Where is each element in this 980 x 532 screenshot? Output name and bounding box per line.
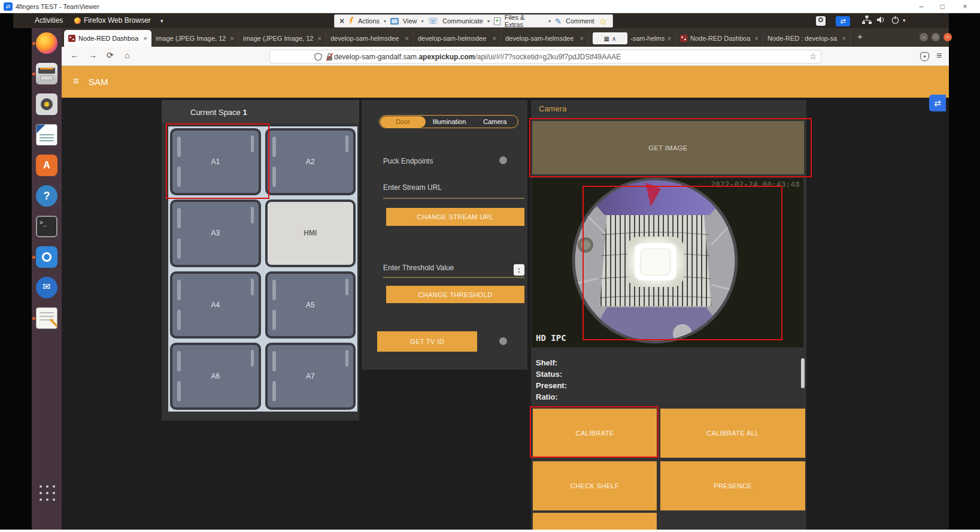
firefox-tab[interactable]: Node-RED Dashboa × xyxy=(64,30,151,47)
tab-close-icon[interactable]: × xyxy=(230,35,234,42)
sidebar-toggle-icon[interactable]: ≡ xyxy=(73,75,79,87)
home-icon[interactable]: ⌂ xyxy=(125,50,129,60)
tab-close-icon[interactable]: × xyxy=(580,35,584,42)
shield-icon[interactable] xyxy=(314,53,322,61)
tab-illumination[interactable]: Illumination xyxy=(426,116,472,128)
toolbar-close-icon[interactable]: × xyxy=(339,16,344,26)
view-menu[interactable]: View xyxy=(403,17,417,25)
dock-item-screenshot[interactable] xyxy=(36,246,57,268)
grid-icon: ▦ xyxy=(604,35,609,42)
dock-item-files[interactable] xyxy=(36,63,57,84)
teamviewer-titlebar: ⇄ 4fingers TEST - TeamViewer – □ × xyxy=(0,0,980,13)
change-stream-url-button[interactable]: CHANGE STREAM URL xyxy=(386,208,524,226)
dock-item-help[interactable]: ? xyxy=(36,185,57,207)
aperture-icon xyxy=(36,246,57,268)
firefox-tab[interactable]: image (JPEG Image, 12 × xyxy=(239,30,326,47)
files-extras-menu[interactable]: Files & Extras xyxy=(505,14,544,28)
tab-close-icon[interactable]: × xyxy=(405,35,409,42)
puck-endpoints-led xyxy=(499,156,507,164)
dock-item-notes[interactable] xyxy=(36,307,57,329)
smiley-icon[interactable]: ☺ xyxy=(599,16,608,26)
communicate-menu[interactable]: Communicate xyxy=(442,17,483,25)
spinner-down-icon[interactable]: ▾ xyxy=(518,270,520,274)
presence-button[interactable]: PRESENCE xyxy=(660,461,805,510)
url-text[interactable]: develop-sam-gandalf.sam.apexpickup.com/a… xyxy=(334,53,621,61)
calibrate-all-button[interactable]: CALIBRATE ALL xyxy=(660,409,805,458)
space-panel-header: Current Space 1 xyxy=(162,100,359,123)
firefox-tab[interactable]: ▦ ∧ -sam-helmsdee × xyxy=(588,30,676,47)
firefox-icon xyxy=(36,32,57,54)
check-shelf-button[interactable]: CHECK SHELF xyxy=(533,461,657,510)
highlight-box-get-image xyxy=(529,118,812,177)
screenshot-indicator-icon[interactable] xyxy=(816,16,826,26)
dock-item-thunderbird[interactable]: ✉ xyxy=(36,277,57,298)
threshold-spinner[interactable]: ▴ ▾ xyxy=(514,264,524,276)
threshold-input-label[interactable]: Enter Threshold Value xyxy=(383,264,454,272)
back-icon[interactable]: ← xyxy=(71,50,79,60)
close-button[interactable]: × xyxy=(959,1,971,12)
firefox-tab[interactable]: develop-sam-helmsdee × xyxy=(414,30,501,47)
firefox-menu-icon xyxy=(74,17,81,24)
tab-close-icon[interactable]: × xyxy=(493,35,496,42)
dock-item-ubuntu-software[interactable]: A xyxy=(36,155,57,176)
space-tile-a5[interactable]: A5 xyxy=(265,271,356,338)
new-tab-button[interactable]: + xyxy=(857,31,863,41)
files-icon: + xyxy=(494,17,500,25)
teamviewer-tray-icon[interactable]: ⇄ xyxy=(836,16,850,26)
system-menu-caret-icon[interactable]: ▾ xyxy=(903,17,906,23)
hamburger-menu-icon[interactable]: ≡ xyxy=(936,50,942,61)
actions-menu[interactable]: Actions xyxy=(358,17,380,25)
firefox-tab[interactable]: image (JPEG Image, 12 × xyxy=(151,30,239,47)
tab-close-icon[interactable]: × xyxy=(318,35,321,42)
firefox-restore-button[interactable]: □ xyxy=(932,33,940,41)
lightning-icon xyxy=(348,17,354,25)
node-red-favicon xyxy=(680,35,687,42)
restore-button[interactable]: □ xyxy=(936,1,948,12)
activities-button[interactable]: Activities xyxy=(35,16,63,25)
tab-close-icon[interactable]: × xyxy=(842,35,846,42)
dock-item-terminal[interactable]: >_ xyxy=(36,216,57,237)
tab-close-icon[interactable]: × xyxy=(755,35,758,42)
firefox-minimize-button[interactable]: – xyxy=(920,33,928,41)
controls-panel xyxy=(362,100,527,370)
pocket-icon[interactable]: ▾ xyxy=(920,52,929,61)
firefox-tab[interactable]: Node-RED Dashboa × xyxy=(676,30,763,47)
dock-item-firefox[interactable] xyxy=(36,32,57,54)
info-scrollbar[interactable] xyxy=(801,358,805,388)
firefox-tab[interactable]: develop-sam-helmsdee × xyxy=(326,30,414,47)
space-tile-hmi[interactable]: HMI xyxy=(265,200,356,267)
power-icon[interactable] xyxy=(891,16,900,25)
picture-in-picture-overlay[interactable]: ▦ ∧ xyxy=(593,32,627,44)
minimize-button[interactable]: – xyxy=(915,1,927,12)
space-tile-a6[interactable]: A6 xyxy=(170,343,261,410)
reload-icon[interactable]: ⟳ xyxy=(107,50,114,60)
lock-insecure-icon[interactable] xyxy=(326,53,333,61)
partial-bottom-button[interactable] xyxy=(533,513,657,530)
space-tile-a3[interactable]: A3 xyxy=(170,200,261,267)
forward-icon[interactable]: → xyxy=(89,50,97,60)
get-tv-id-button[interactable]: GET TV ID xyxy=(377,331,477,352)
teamviewer-chat-overlay-icon[interactable]: ⇄ xyxy=(929,95,946,111)
show-applications-icon[interactable] xyxy=(40,485,56,502)
change-threshold-button[interactable]: CHANGE THRESHOLD xyxy=(386,286,524,303)
tab-close-icon[interactable]: × xyxy=(144,35,147,42)
camera-panel-title: Camera xyxy=(539,104,566,113)
firefox-tab[interactable]: develop-sam-helmsdee × xyxy=(501,30,588,47)
dock-item-libreoffice-writer[interactable] xyxy=(36,124,57,146)
space-tile-a4[interactable]: A4 xyxy=(170,271,261,338)
teamviewer-window: ⇄ 4fingers TEST - TeamViewer – □ × Activ… xyxy=(0,0,980,532)
app-menu-button[interactable]: Firefox Web Browser xyxy=(84,16,151,25)
tab-door[interactable]: Door xyxy=(380,116,426,128)
comment-button[interactable]: Comment xyxy=(566,17,594,25)
space-tile-a7[interactable]: A7 xyxy=(265,343,356,410)
firefox-close-button[interactable]: × xyxy=(943,33,952,41)
stream-url-input-label[interactable]: Enter Stream URL xyxy=(383,183,442,192)
tab-camera[interactable]: Camera xyxy=(472,116,518,128)
space-tile-a2[interactable]: A2 xyxy=(265,128,356,195)
network-icon[interactable] xyxy=(862,16,872,25)
bookmark-star-icon[interactable]: ☆ xyxy=(809,52,817,61)
tab-close-icon[interactable]: × xyxy=(668,35,671,42)
volume-icon[interactable] xyxy=(876,16,885,24)
firefox-tab[interactable]: Node-RED : develop-sa × xyxy=(763,30,851,47)
dock-item-rhythmbox[interactable] xyxy=(36,93,57,115)
